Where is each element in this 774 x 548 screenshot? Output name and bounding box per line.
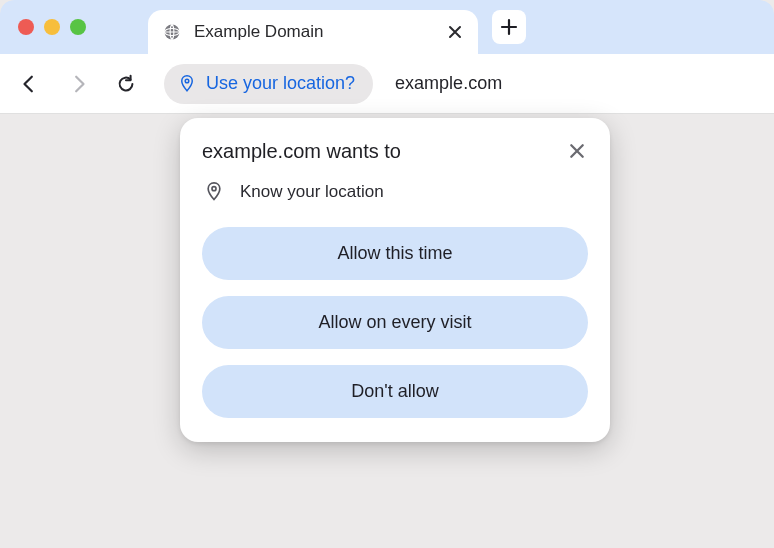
window-zoom-button[interactable] xyxy=(70,19,86,35)
svg-point-2 xyxy=(185,79,189,83)
browser-tab[interactable]: Example Domain xyxy=(148,10,478,54)
dont-allow-button[interactable]: Don't allow xyxy=(202,365,588,418)
omnibox[interactable]: Use your location? example.com xyxy=(164,64,502,104)
window-controls xyxy=(18,19,86,35)
location-pin-outline-icon xyxy=(204,181,224,203)
permission-label: Know your location xyxy=(240,182,384,202)
location-pin-icon xyxy=(178,74,196,94)
location-permission-chip[interactable]: Use your location? xyxy=(164,64,373,104)
new-tab-button[interactable] xyxy=(492,10,526,44)
reload-button[interactable] xyxy=(110,68,142,100)
svg-point-3 xyxy=(212,187,216,191)
window-minimize-button[interactable] xyxy=(44,19,60,35)
globe-icon xyxy=(162,22,182,42)
toolbar: Use your location? example.com xyxy=(0,54,774,114)
tab-title: Example Domain xyxy=(194,22,446,42)
location-chip-label: Use your location? xyxy=(206,73,355,94)
window-close-button[interactable] xyxy=(18,19,34,35)
back-button[interactable] xyxy=(14,68,46,100)
permission-row: Know your location xyxy=(204,181,588,203)
url-text: example.com xyxy=(395,73,502,94)
tab-close-button[interactable] xyxy=(446,23,464,41)
allow-every-visit-button[interactable]: Allow on every visit xyxy=(202,296,588,349)
tab-strip: Example Domain xyxy=(0,0,774,54)
forward-button[interactable] xyxy=(62,68,94,100)
permission-buttons: Allow this time Allow on every visit Don… xyxy=(202,227,588,418)
permission-popup-title: example.com wants to xyxy=(202,140,401,163)
permission-popup-close-button[interactable] xyxy=(566,140,588,162)
permission-popup: example.com wants to Know your location … xyxy=(180,118,610,442)
allow-this-time-button[interactable]: Allow this time xyxy=(202,227,588,280)
